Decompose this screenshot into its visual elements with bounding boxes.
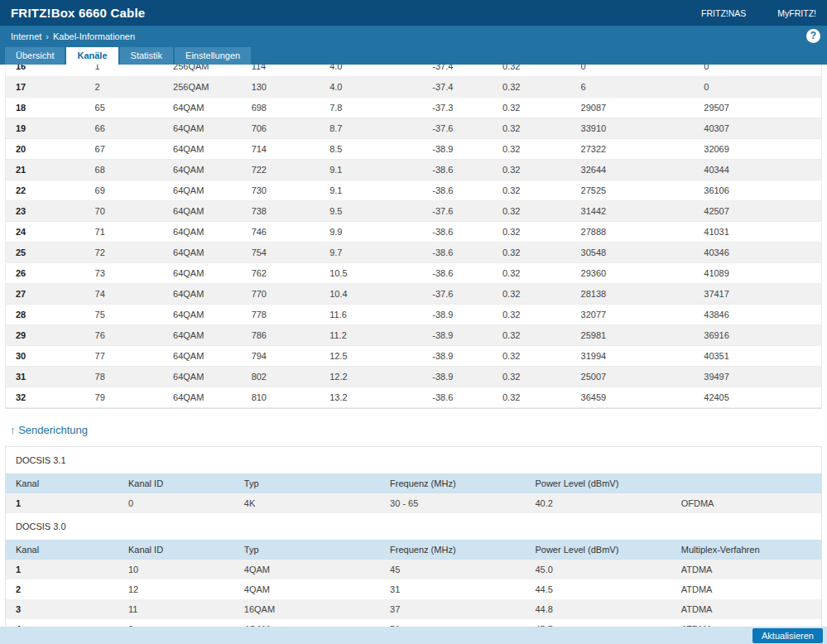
cell: -38.6 — [422, 243, 493, 263]
cell: 738 — [242, 201, 320, 222]
header-cell: Kanal — [6, 540, 118, 560]
cell: 256QAM — [163, 77, 242, 98]
cell: 16QAM — [234, 599, 380, 619]
downstream-table: 161256QAM1144.0-37.40.3200172256QAM1304.… — [6, 65, 821, 408]
cell: 64QAM — [163, 243, 242, 263]
cell: 778 — [242, 305, 320, 325]
cell: 0.32 — [493, 284, 571, 305]
tab-bar: ÜbersichtKanäleStatistikEinstellungen — [0, 47, 827, 65]
cell: 67 — [85, 139, 164, 160]
upstream-row: 31116QAM3744.8ATDMA — [6, 599, 821, 619]
cell: 33910 — [571, 118, 695, 139]
cell: -37.6 — [422, 284, 493, 305]
cell: 0.32 — [493, 367, 571, 387]
cell: 40307 — [694, 118, 821, 139]
header-cell: Power Level (dBmV) — [525, 540, 671, 560]
downstream-table-wrap: 161256QAM1144.0-37.40.3200172256QAM1304.… — [5, 65, 822, 409]
tab-kanaele[interactable]: Kanäle — [66, 47, 118, 65]
cell: 0.32 — [493, 180, 571, 201]
downstream-row: 267364QAM76210.5-38.60.322936041089 — [6, 263, 821, 284]
cell: 1 — [6, 560, 118, 579]
cell: ATDMA — [671, 560, 821, 579]
cell: 4K — [234, 493, 380, 513]
myfritz-link[interactable]: MyFRITZ! — [777, 8, 816, 18]
tab-statistik[interactable]: Statistik — [120, 47, 174, 65]
upstream-table-wrap: DOCSIS 3.1KanalKanal IDTypFrequenz (MHz)… — [5, 446, 822, 627]
cell: 27322 — [571, 139, 695, 160]
cell: 41031 — [694, 222, 821, 243]
cell: 64QAM — [163, 139, 242, 160]
cell: 37417 — [694, 284, 821, 305]
downstream-row: 317864QAM80212.2-38.90.322500739497 — [6, 367, 821, 387]
cell: 28138 — [571, 284, 695, 305]
app-title: FRITZ!Box 6660 Cable — [11, 6, 145, 20]
cell: 65 — [85, 98, 164, 118]
downstream-row: 237064QAM7389.5-37.60.323144242507 — [6, 201, 821, 222]
breadcrumb-section[interactable]: Internet — [11, 31, 41, 41]
cell: 32069 — [694, 139, 821, 160]
cell: 0.32 — [493, 77, 571, 98]
fritznas-link[interactable]: FRITZ!NAS — [701, 8, 746, 18]
upstream-section-label: DOCSIS 3.1 — [6, 447, 821, 473]
cell: 64QAM — [163, 346, 242, 367]
cell: 0 — [694, 77, 821, 98]
cell: 0.32 — [493, 160, 571, 180]
upstream-row: 2124QAM3144.5ATDMA — [6, 579, 821, 599]
downstream-row: 172256QAM1304.0-37.40.3260 — [6, 77, 821, 98]
cell: 37 — [380, 599, 525, 619]
downstream-row: 327964QAM81013.2-38.60.323645942405 — [6, 387, 821, 408]
header-cell — [671, 473, 821, 493]
cell: -38.9 — [422, 346, 493, 367]
upstream-row: 104K30 - 6540.2OFDMA — [6, 493, 821, 513]
cell: 64QAM — [163, 201, 242, 222]
cell: 40344 — [694, 160, 821, 180]
cell: 730 — [242, 180, 320, 201]
cell: 6 — [571, 77, 695, 98]
cell: 0.32 — [493, 346, 571, 367]
cell: 66 — [85, 118, 164, 139]
cell: 706 — [242, 118, 320, 139]
fritzbox-page: FRITZ!Box 6660 Cable FRITZ!NAS MyFRITZ! … — [0, 0, 827, 644]
cell: 7.8 — [320, 98, 422, 118]
cell: 0.32 — [493, 387, 571, 408]
cell: 9.7 — [320, 243, 422, 263]
cell: 44.8 — [525, 599, 671, 619]
upstream-section-row: DOCSIS 3.1 — [6, 447, 821, 473]
tab-einstellungen[interactable]: Einstellungen — [175, 47, 251, 65]
cell: 4QAM — [234, 560, 380, 579]
cell: 0.32 — [493, 201, 571, 222]
cell: 45 — [380, 560, 525, 579]
tab-uebersicht[interactable]: Übersicht — [5, 47, 65, 65]
cell: 9.1 — [320, 160, 422, 180]
cell: 12.2 — [320, 367, 422, 387]
cell: 71 — [85, 222, 164, 243]
cell: 64QAM — [163, 284, 242, 305]
cell: 30 - 65 — [380, 493, 525, 513]
header-cell: Power Level (dBmV) — [525, 473, 671, 493]
cell: 3 — [6, 599, 118, 619]
cell: 39497 — [694, 367, 821, 387]
cell: 69 — [85, 180, 164, 201]
cell: 31442 — [571, 201, 695, 222]
cell: 18 — [6, 98, 85, 118]
cell: 4 — [6, 619, 118, 627]
downstream-row: 186564QAM6987.8-37.30.322908729507 — [6, 98, 821, 118]
cell: -38.6 — [422, 160, 493, 180]
cell: 64QAM — [163, 180, 242, 201]
cell: ATDMA — [671, 619, 821, 627]
cell: 4.0 — [320, 77, 422, 98]
cell: -38.9 — [422, 325, 493, 346]
cell: OFDMA — [671, 493, 821, 513]
cell: 0.32 — [493, 222, 571, 243]
refresh-button[interactable]: Aktualisieren — [752, 628, 823, 643]
cell: 64QAM — [163, 98, 242, 118]
cell: 31 — [6, 367, 85, 387]
cell: 0 — [694, 65, 821, 77]
topbar-links: FRITZ!NAS MyFRITZ! — [670, 8, 816, 18]
cell: -37.6 — [422, 201, 493, 222]
help-icon[interactable]: ? — [806, 29, 820, 43]
cell: 30548 — [571, 243, 695, 263]
cell: 41089 — [694, 263, 821, 284]
cell: -37.4 — [422, 65, 493, 77]
downstream-row: 257264QAM7549.7-38.60.323054840346 — [6, 243, 821, 263]
